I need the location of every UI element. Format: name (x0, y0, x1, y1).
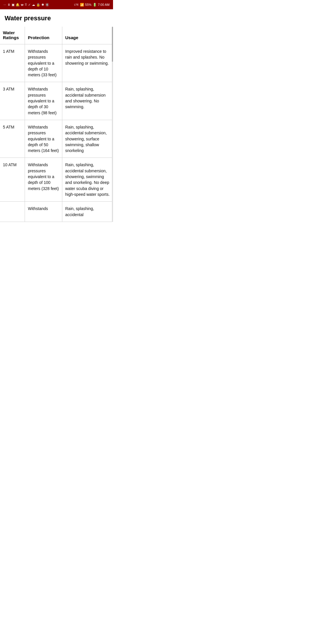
cell-rating-0: 1 ATM (0, 44, 25, 82)
cell-usage-2: Rain, splashing, accidental submersion, … (62, 120, 113, 158)
status-signal: 📶 (80, 3, 84, 7)
status-icon-cloud: ☁ (32, 3, 35, 7)
header-usage: Usage (62, 27, 113, 44)
cell-protection-1: Withstands pressures equivalent to a dep… (25, 82, 62, 120)
status-time: 7:00 AM (98, 3, 110, 6)
water-pressure-table: Water Ratings Protection Usage 1 ATMWith… (0, 27, 113, 222)
cell-rating-2: 5 ATM (0, 120, 25, 158)
table-row: 1 ATMWithstands pressures equivalent to … (0, 44, 113, 82)
table-row: WithstandsRain, splashing, accidental (0, 202, 113, 222)
scrollbar[interactable] (112, 27, 113, 222)
status-battery-icon: 🔋 (93, 3, 97, 7)
status-lte: LTE (74, 3, 79, 6)
table-row: 3 ATMWithstands pressures equivalent to … (0, 82, 113, 120)
status-icon-lock: 🔒 (36, 3, 40, 7)
header-water-ratings: Water Ratings (0, 27, 25, 44)
table-row: 5 ATMWithstands pressures equivalent to … (0, 120, 113, 158)
status-battery-pct: 55% (85, 3, 92, 6)
cell-rating-4 (0, 202, 25, 222)
status-icon-dots: ··· (3, 3, 6, 6)
status-left-icons: ··· ⏸ ▣ 🔔 w ⠿ ✓ ☁ 🔒 ✱ 🔇 (3, 3, 49, 7)
cell-protection-3: Withstands pressures equivalent to a dep… (25, 158, 62, 202)
table-header-row: Water Ratings Protection Usage (0, 27, 113, 44)
scrollbar-thumb[interactable] (112, 27, 113, 62)
cell-protection-2: Withstands pressures equivalent to a dep… (25, 120, 62, 158)
table-row: 10 ATMWithstands pressures equivalent to… (0, 158, 113, 202)
cell-protection-4: Withstands (25, 202, 62, 222)
water-pressure-table-container: Water Ratings Protection Usage 1 ATMWith… (0, 27, 113, 222)
status-icon-box: ▣ (12, 3, 14, 7)
status-icon-bell: 🔔 (16, 3, 20, 7)
header-protection: Protection (25, 27, 62, 44)
status-icon-bt: ✱ (41, 3, 44, 7)
page-title: Water pressure (0, 9, 113, 27)
status-bar: ··· ⏸ ▣ 🔔 w ⠿ ✓ ☁ 🔒 ✱ 🔇 LTE 📶 55% 🔋 7:00… (0, 0, 113, 9)
status-icon-mute: 🔇 (45, 3, 49, 7)
status-right-info: LTE 📶 55% 🔋 7:00 AM (74, 3, 110, 7)
status-icon-check: ✓ (28, 3, 31, 7)
status-icon-pause: ⏸ (7, 3, 10, 6)
cell-protection-0: Withstands pressures equivalent to a dep… (25, 44, 62, 82)
cell-rating-1: 3 ATM (0, 82, 25, 120)
cell-usage-0: Improved resistance to rain and splashes… (62, 44, 113, 82)
cell-usage-4: Rain, splashing, accidental (62, 202, 113, 222)
cell-usage-3: Rain, splashing, accidental submersion, … (62, 158, 113, 202)
cell-usage-1: Rain, splashing, accidental submersion a… (62, 82, 113, 120)
status-icon-w: w (21, 3, 23, 6)
cell-rating-3: 10 ATM (0, 158, 25, 202)
status-icon-grid: ⠿ (25, 3, 27, 7)
